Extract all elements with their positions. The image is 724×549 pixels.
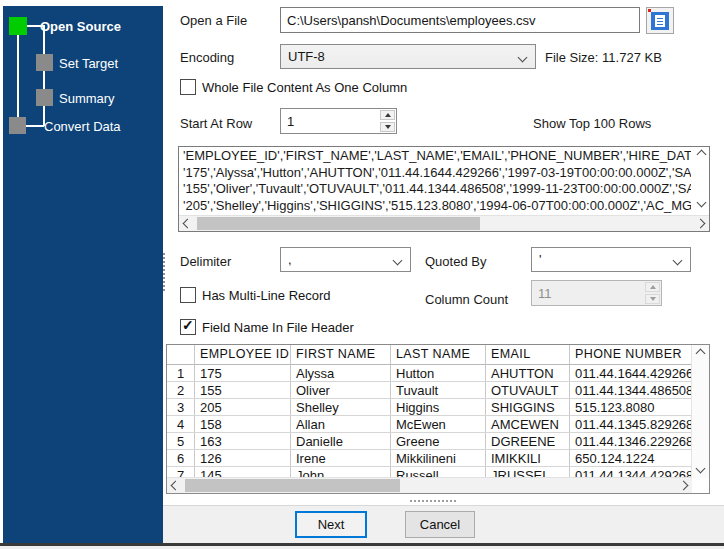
cell: 011.44.1344.486508 (570, 382, 692, 398)
preview-line: '155','Oliver','Tuvault','OTUVAULT','011… (183, 181, 691, 198)
encoding-value: UTF-8 (288, 49, 325, 64)
cell: Shelley (291, 399, 391, 415)
csv-import-wizard-window: Open Source Set Target Summary Convert D… (0, 0, 724, 549)
delimiter-select[interactable]: , (280, 247, 411, 272)
step-marker (36, 89, 53, 106)
checkbox-box (180, 319, 196, 335)
delimiter-value: , (288, 252, 292, 267)
whole-file-checkbox[interactable]: Whole File Content As One Column (180, 79, 407, 95)
preview-horizontal-scrollbar[interactable] (179, 215, 709, 231)
delimiter-label: Delimiter (180, 254, 231, 269)
cell: OTUVAULT (486, 382, 570, 398)
show-top-rows-label: Show Top 100 Rows (533, 116, 651, 131)
preview-line: 'EMPLOYEE_ID','FIRST_NAME','LAST_NAME','… (183, 148, 691, 165)
scroll-down-button[interactable] (696, 464, 706, 474)
preview-line: '205','Shelley','Higgins','SHIGGINS','51… (183, 198, 691, 215)
splitter-handle-vertical[interactable] (163, 253, 165, 291)
field-name-header-checkbox[interactable]: Field Name In File Header (180, 319, 354, 335)
cell: 126 (195, 450, 291, 466)
encoding-select[interactable]: UTF-8 (280, 44, 536, 69)
step-connector-line (26, 125, 44, 127)
step-label: Open Source (40, 19, 121, 34)
splitter-handle-horizontal[interactable] (410, 500, 456, 502)
step-marker-active (9, 17, 27, 35)
step-marker (9, 117, 26, 134)
file-path-input[interactable]: C:\Users\pansh\Documents\employees.csv (280, 7, 640, 33)
column-header-employee-id[interactable]: EMPLOYEE ID (195, 345, 291, 364)
cell: McEwen (391, 416, 486, 432)
data-preview-grid: EMPLOYEE IDFIRST NAMELAST NAMEEMAILPHONE… (166, 344, 710, 494)
raw-preview-box[interactable]: 'EMPLOYEE_ID','FIRST_NAME','LAST_NAME','… (178, 146, 710, 232)
step-marker (36, 54, 53, 71)
table-row[interactable]: 4158AllanMcEwenAMCEWEN011.44.1345.829268 (167, 416, 692, 433)
cell: AHUTTON (486, 365, 570, 381)
preview-line: '175','Alyssa','Hutton','AHUTTON','011.4… (183, 165, 691, 182)
quoted-by-select[interactable]: ' (531, 247, 691, 272)
checkbox-box (180, 79, 196, 95)
scroll-left-button[interactable] (183, 219, 193, 229)
spin-down-button[interactable] (380, 122, 395, 132)
row-number: 5 (167, 433, 195, 449)
column-header-first-name[interactable]: FIRST NAME (291, 345, 391, 364)
cell: DGREENE (486, 433, 570, 449)
open-file-label: Open a File (180, 13, 247, 28)
cell: 158 (195, 416, 291, 432)
cancel-button[interactable]: Cancel (405, 511, 475, 538)
scroll-right-button[interactable] (696, 219, 706, 229)
grid-vertical-scrollbar[interactable] (691, 345, 709, 478)
step-connector-line (43, 25, 45, 126)
multi-line-checkbox[interactable]: Has Multi-Line Record (180, 287, 331, 303)
cell: 175 (195, 365, 291, 381)
row-number: 6 (167, 450, 195, 466)
scroll-up-button[interactable] (696, 349, 706, 359)
table-row[interactable]: 3205ShelleyHigginsSHIGGINS515.123.8080 (167, 399, 692, 416)
next-button[interactable]: Next (295, 511, 367, 538)
spin-down-button (645, 294, 660, 304)
scroll-right-button[interactable] (679, 481, 689, 491)
cell: IMIKKILI (486, 450, 570, 466)
scrollbar-thumb[interactable] (197, 217, 480, 230)
table-row[interactable]: 5163DanielleGreeneDGREENE011.44.1346.229… (167, 433, 692, 450)
file-path-value: C:\Users\pansh\Documents\employees.csv (287, 13, 536, 28)
table-row[interactable]: 1175AlyssaHuttonAHUTTON011.44.1644.42926… (167, 365, 692, 382)
table-row[interactable]: 2155OliverTuvaultOTUVAULT011.44.1344.486… (167, 382, 692, 399)
cell: Higgins (391, 399, 486, 415)
cell: 155 (195, 382, 291, 398)
scroll-left-button[interactable] (171, 481, 181, 491)
column-header-last-name[interactable]: LAST NAME (391, 345, 486, 364)
browse-file-button[interactable] (646, 7, 674, 34)
grid-horizontal-scrollbar[interactable] (167, 477, 692, 493)
step-label: Convert Data (44, 119, 121, 134)
triangle-down-icon (650, 297, 656, 301)
cell: 163 (195, 433, 291, 449)
cell: Greene (391, 433, 486, 449)
row-number: 3 (167, 399, 195, 415)
cell: Tuvault (391, 382, 486, 398)
row-number-header[interactable] (167, 345, 195, 364)
triangle-up-icon (650, 285, 656, 289)
table-row[interactable]: 6126IreneMikkilineniIMIKKILI650.124.1224 (167, 450, 692, 467)
chevron-down-icon (393, 256, 403, 266)
start-at-row-spinner[interactable]: 1 (280, 108, 397, 134)
column-count-value: 11 (532, 281, 644, 305)
triangle-up-icon (385, 113, 391, 117)
spin-up-button (645, 282, 660, 292)
checkbox-label: Has Multi-Line Record (202, 288, 331, 303)
spin-up-button[interactable] (380, 110, 395, 120)
scroll-down-button[interactable] (697, 198, 707, 208)
scrollbar-thumb[interactable] (185, 479, 400, 492)
grid-header-row: EMPLOYEE IDFIRST NAMELAST NAMEEMAILPHONE… (167, 345, 692, 365)
column-header-email[interactable]: EMAIL (486, 345, 570, 364)
column-header-phone-number[interactable]: PHONE NUMBER (570, 345, 692, 364)
checkbox-box (180, 287, 196, 303)
cell: Oliver (291, 382, 391, 398)
cell: 011.44.1644.429266 (570, 365, 692, 381)
row-number: 4 (167, 416, 195, 432)
encoding-label: Encoding (180, 50, 234, 65)
cell: Allan (291, 416, 391, 432)
row-number: 1 (167, 365, 195, 381)
grid-body: 1175AlyssaHuttonAHUTTON011.44.1644.42926… (167, 365, 692, 478)
scroll-up-button[interactable] (697, 150, 707, 160)
cell: Alyssa (291, 365, 391, 381)
preview-lines: 'EMPLOYEE_ID','FIRST_NAME','LAST_NAME','… (183, 148, 691, 218)
